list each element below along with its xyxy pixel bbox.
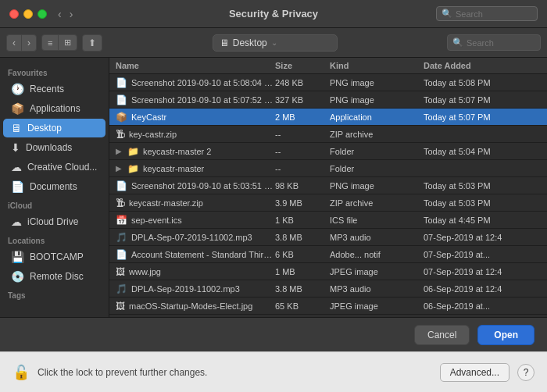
file-date: 06-Sep-2019 at 12:4: [424, 284, 541, 294]
file-date: 07-Sep-2019 at...: [424, 250, 541, 259]
file-kind: JPEG image: [330, 301, 424, 311]
table-row[interactable]: 🖼macOS-Startup-Modes-Elect.jpg65 KBJPEG …: [109, 298, 547, 315]
table-row[interactable]: 📄Screenshot 2019-09-10 at 5:03:51 PM98 K…: [109, 177, 547, 194]
file-type-icon: 📁: [127, 163, 139, 174]
title-search-input[interactable]: [456, 9, 532, 19]
sidebar-item-desktop[interactable]: 🖥Desktop: [3, 119, 105, 137]
sidebar-item-label: Documents: [30, 181, 77, 192]
file-size: 65 KB: [275, 301, 330, 311]
toolbar-back-button[interactable]: ‹: [6, 34, 21, 52]
title-bar: ‹ › Security & Privacy 🔍: [0, 0, 547, 28]
file-name-text: macOS-Startup-Modes-Elect.jpg: [129, 301, 252, 311]
file-name-text: keycastr-master 2: [143, 147, 211, 156]
table-row[interactable]: 📅sep-event.ics1 KBICS fileToday at 4:45 …: [109, 212, 547, 229]
file-name-text: Screenshot 2019-09-10 at 5:03:51 PM: [131, 181, 275, 191]
col-date: Date Added: [424, 61, 541, 70]
advanced-button[interactable]: Advanced...: [440, 363, 509, 382]
sidebar-item-label: Downloads: [26, 142, 72, 153]
table-row[interactable]: 🎵DPLA-Sep-07-2019-11002.mp33.8 MBMP3 aud…: [109, 229, 547, 246]
sidebar-item-label: Remote Disc: [30, 271, 84, 282]
table-row[interactable]: 🖼www.jpg1 MBJPEG image07-Sep-2019 at 12:…: [109, 263, 547, 280]
sidebar-item-label: Recents: [30, 84, 64, 94]
expander-icon: ▶: [116, 164, 122, 173]
back-button[interactable]: ‹: [55, 6, 65, 22]
forward-button[interactable]: ›: [66, 6, 77, 22]
desktop-icon: 🖥: [11, 122, 22, 134]
sidebar-item-applications[interactable]: 📦Applications: [3, 99, 105, 118]
file-name-text: key-castr.zip: [129, 130, 177, 139]
table-row[interactable]: 🗜key-castr.zip--ZIP archive: [109, 126, 547, 143]
location-bar[interactable]: 🖥 Desktop ⌄: [213, 34, 338, 52]
sidebar-item-bootcamp[interactable]: 💾BOOTCAMP: [3, 248, 105, 266]
close-button[interactable]: [9, 9, 19, 19]
file-name-text: www.jpg: [129, 267, 161, 276]
sidebar-item-documents[interactable]: 📄Documents: [3, 177, 105, 196]
title-search-box[interactable]: 🔍: [436, 6, 538, 21]
icloud-drive-icon: ☁: [11, 216, 22, 228]
sidebar-item-label: Applications: [30, 103, 80, 114]
location-text: Desktop: [233, 37, 267, 48]
file-size: --: [275, 147, 330, 156]
table-row[interactable]: 🎵DPLA-Sep-2019-11002.mp33.8 MBMP3 audio0…: [109, 280, 547, 298]
file-date: 07-Sep-2019 at 12:4: [424, 267, 541, 276]
file-size: 1 MB: [275, 267, 330, 276]
open-button[interactable]: Open: [477, 325, 534, 345]
content-area: Favourites🕐Recents📦Applications🖥Desktop⬇…: [0, 58, 547, 317]
view-list-button[interactable]: ≡: [42, 35, 59, 50]
file-list-header: Name Size Kind Date Added: [109, 58, 547, 74]
expander-icon: ▶: [116, 147, 122, 155]
file-type-icon: 📄: [116, 180, 127, 191]
sidebar-item-label: Desktop: [27, 123, 62, 134]
file-name-text: keycastr-master.zip: [129, 198, 203, 208]
sidebar-item-downloads[interactable]: ⬇Downloads: [3, 138, 105, 157]
sidebar-item-icloud-drive[interactable]: ☁iCloud Drive: [3, 212, 105, 231]
file-type-icon: 📅: [116, 215, 127, 226]
file-kind: Application: [330, 112, 424, 122]
nav-buttons: ‹ ›: [55, 6, 76, 22]
table-row[interactable]: ▶📁keycastr-master--Folder: [109, 160, 547, 177]
file-type-icon: 📦: [116, 112, 127, 123]
bottom-bar: 🔓 Click the lock to prevent further chan…: [0, 351, 547, 392]
file-date: Today at 5:07 PM: [424, 95, 541, 105]
help-button[interactable]: ?: [517, 364, 534, 381]
sidebar-item-creative-cloud[interactable]: ☁Creative Cloud...: [3, 158, 105, 176]
file-size: 6 KB: [275, 250, 330, 259]
table-row[interactable]: 📦KeyCastr2 MBApplicationToday at 5:07 PM: [109, 109, 547, 126]
sidebar-item-remote-disc[interactable]: 💿Remote Disc: [3, 267, 105, 286]
file-date: Today at 5:07 PM: [424, 112, 541, 122]
sidebar-item-label: Creative Cloud...: [27, 162, 97, 173]
col-size: Size: [275, 61, 330, 70]
file-name-text: Screenshot 2019-09-10 at 5:08:04 PM: [131, 78, 275, 87]
file-size: 248 KB: [275, 78, 330, 87]
file-type-icon: 📄: [116, 77, 127, 88]
table-row[interactable]: 📄Screenshot 2019-09-10 at 5:08:04 PM248 …: [109, 74, 547, 91]
documents-icon: 📄: [11, 180, 24, 193]
view-column-button[interactable]: ⊞: [59, 35, 77, 50]
sidebar-item-label: iCloud Drive: [27, 216, 78, 227]
toolbar-search-input[interactable]: [467, 38, 535, 48]
file-kind: ZIP archive: [330, 198, 424, 208]
toolbar-forward-button[interactable]: ›: [21, 34, 37, 52]
file-type-icon: 🖼: [116, 301, 125, 312]
applications-icon: 📦: [11, 102, 24, 115]
file-type-icon: 🎵: [116, 283, 127, 294]
table-row[interactable]: 📄Screenshot 2019-09-10 at 5:07:52 PM327 …: [109, 91, 547, 109]
table-row[interactable]: 📄Account Statement - Standard Third.pdf6…: [109, 246, 547, 263]
col-name: Name: [116, 61, 275, 70]
table-row[interactable]: 🗜keycastr-master.zip3.9 MBZIP archiveTod…: [109, 194, 547, 212]
file-date: 06-Sep-2019 at...: [424, 301, 541, 311]
toolbar-search-box[interactable]: 🔍: [447, 34, 541, 51]
sidebar-item-recents[interactable]: 🕐Recents: [3, 80, 105, 98]
minimize-button[interactable]: [23, 9, 33, 19]
maximize-button[interactable]: [38, 9, 47, 19]
toolbar-action-button[interactable]: ⬆: [82, 34, 102, 52]
lock-icon: 🔓: [13, 364, 30, 381]
file-date: 07-Sep-2019 at 12:4: [424, 233, 541, 242]
window-title: Security & Privacy: [229, 8, 318, 20]
creative-cloud-icon: ☁: [11, 161, 22, 173]
toolbar-search-icon: 🔍: [452, 37, 463, 48]
file-name-text: Account Statement - Standard Third.pdf: [131, 250, 275, 259]
cancel-button[interactable]: Cancel: [414, 325, 470, 345]
file-size: --: [275, 130, 330, 139]
table-row[interactable]: ▶📁keycastr-master 2--FolderToday at 5:04…: [109, 143, 547, 160]
